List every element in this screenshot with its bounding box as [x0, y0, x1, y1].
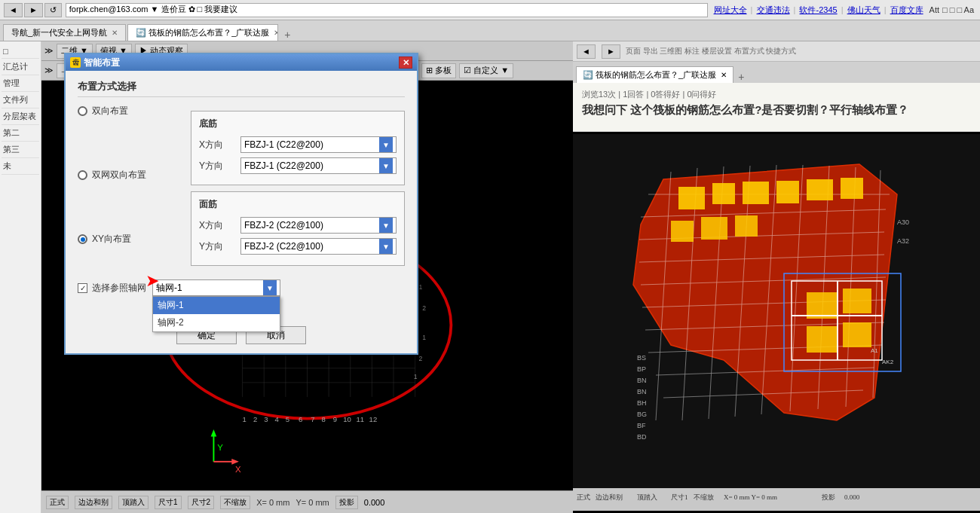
right-cad-drawing[interactable]: BS BP BN BN BH BG BF BD A30 A32 A1 AK2 — [573, 132, 980, 513]
nav-link-traffic[interactable]: 交通违法 — [757, 5, 790, 14]
svg-text:Y: Y — [217, 444, 223, 453]
svg-rect-112 — [837, 281, 838, 360]
status-size1[interactable]: 尺寸1 — [155, 496, 182, 509]
right-tab-main[interactable]: 🔄 筏板的钢筋怎么布置？_广联达服 ✕ — [576, 66, 733, 83]
svg-rect-106 — [807, 292, 837, 319]
status-noscale[interactable]: 不缩放 — [220, 496, 250, 509]
svg-text:A1: A1 — [871, 347, 878, 354]
status-top[interactable]: 顶踏入 — [118, 496, 149, 509]
select-arrow-bottom-y[interactable]: ▼ — [379, 158, 393, 173]
axis-dropdown-trigger[interactable]: 轴网-1 ▼ — [152, 279, 280, 296]
svg-rect-103 — [671, 221, 694, 242]
sidebar-item-unknown[interactable]: 未 — [2, 158, 39, 175]
axis-option-2[interactable]: 轴网-2 — [153, 314, 280, 331]
svg-text:AK2: AK2 — [882, 359, 894, 365]
nav-link-weather[interactable]: 佛山天气 — [847, 5, 880, 14]
right-cad-svg: BS BP BN BN BH BG BF BD A30 A32 A1 AK2 — [573, 132, 980, 513]
dialog-title-icon: 齿 — [70, 57, 81, 68]
group-bottom-bar: 底筋 X方向 FBZJ-1 (C22@200) ▼ — [191, 111, 405, 185]
dialog-close-button[interactable]: ✕ — [399, 56, 412, 69]
svg-text:不缩放: 不缩放 — [694, 493, 714, 501]
question-area: 浏览13次 | 1回答 | 0答得好 | 0问得好 我想问下 这个筏板的钢筋怎么… — [573, 83, 980, 132]
svg-text:正式: 正式 — [577, 493, 590, 501]
cad-area: ≫ 二维 ▼ 俯视 ▼ ▶ 动态观察 ≫ ₋ 延伸 ₋ 修剪 ╳ 打断 ⊞ 合并… — [41, 41, 573, 513]
svg-text:6: 6 — [299, 415, 302, 423]
svg-rect-99 — [743, 182, 769, 204]
svg-text:0.000: 0.000 — [844, 493, 860, 501]
status-project[interactable]: 投影 — [335, 496, 358, 509]
svg-text:12: 12 — [369, 415, 378, 423]
tab-close-navigation[interactable]: ✕ — [112, 29, 118, 37]
refresh-button[interactable]: ↺ — [44, 3, 62, 17]
radio-row-1[interactable]: 双向布置 — [78, 105, 176, 118]
sidebar-item-huizong[interactable]: 汇总计 — [2, 59, 39, 75]
back-button[interactable]: ◄ — [4, 3, 23, 17]
svg-rect-105 — [735, 215, 758, 237]
btn-custom[interactable]: ☑ 自定义 ▼ — [459, 63, 513, 78]
new-tab-button[interactable]: + — [284, 29, 290, 41]
radio-row-3[interactable]: XY向布置 — [78, 233, 176, 246]
svg-rect-97 — [678, 187, 705, 209]
status-formal[interactable]: 正式 — [46, 496, 69, 509]
select-bottom-y[interactable]: FBZJ-1 (C22@200) ▼ — [240, 157, 397, 174]
nav-link-wangzhan[interactable]: 网址大全 — [714, 5, 747, 14]
svg-rect-101 — [807, 179, 833, 200]
svg-text:BG: BG — [637, 411, 647, 418]
att-text: Att — [929, 5, 939, 14]
tab-bar: 导航_新一代安全上网导航 ✕ 🔄 筏板的钢筋怎么布置？_广联达服 ✕ + — [0, 20, 980, 41]
sidebar-item-square[interactable]: □ — [2, 44, 39, 59]
svg-text:X= 0 mm Y= 0 mm: X= 0 mm Y= 0 mm — [724, 493, 777, 501]
radio-xy-direction[interactable] — [78, 234, 87, 244]
right-top-bar: ◄ ► 页面 导出 三维图 标注 楼层设置 布置方式 快捷方式 — [573, 41, 980, 62]
svg-text:BP: BP — [637, 365, 646, 373]
svg-text:A30: A30 — [897, 218, 909, 226]
nav-link-baidu[interactable]: 百度文库 — [890, 5, 923, 14]
group-face-bar: 面筋 X方向 FBZJ-2 (C22@100) ▼ — [191, 191, 405, 266]
tab-faban[interactable]: 🔄 筏板的钢筋怎么布置？_广联达服 ✕ — [127, 24, 278, 41]
radio-dual-direction[interactable] — [78, 106, 87, 116]
sidebar-item-layers[interactable]: 分层架表 — [2, 108, 39, 125]
address-bar[interactable]: forpk.chen@163.com ▼ 造价豆 ✿ □ 我要建议 — [66, 3, 708, 17]
cad-status-bar: 正式 边边和别 顶踏入 尺寸1 尺寸2 不缩放 X= 0 mm Y= 0 mm … — [41, 490, 573, 513]
right-tab-close[interactable]: ✕ — [721, 71, 727, 79]
status-edge[interactable]: 边边和别 — [75, 496, 112, 509]
nav-link-software[interactable]: 软件-2345 — [799, 5, 837, 14]
svg-text:BS: BS — [637, 354, 646, 362]
axis-dropdown-arrow[interactable]: ▼ — [263, 280, 277, 295]
sidebar-item-guanli[interactable]: 管理 — [2, 75, 39, 92]
axis-option-1[interactable]: 轴网-1 — [153, 297, 280, 314]
sidebar-item-third[interactable]: 第三 — [2, 142, 39, 158]
sidebar-item-second[interactable]: 第二 — [2, 125, 39, 142]
svg-rect-107 — [843, 289, 871, 313]
svg-text:1: 1 — [414, 373, 418, 380]
right-back-btn[interactable]: ◄ — [577, 44, 596, 59]
btn-multi-board[interactable]: ⊞ 多板 — [421, 63, 456, 78]
select-bottom-x[interactable]: FBZJ-1 (C22@200) ▼ — [240, 136, 397, 153]
main-layout: □ 汇总计 管理 文件列 分层架表 第二 第三 未 ≫ 二维 ▼ 俯视 ▼ ▶ … — [0, 41, 980, 513]
nav-links-area: 网址大全 | 交通违法 | 软件-2345 | 佛山天气 | 百度文库 — [714, 5, 923, 16]
svg-text:BN: BN — [637, 388, 647, 395]
radio-dual-net[interactable] — [78, 170, 87, 180]
select-face-x[interactable]: FBZJ-2 (C22@100) ▼ — [240, 217, 397, 234]
select-arrow-face-y[interactable]: ▼ — [379, 239, 393, 254]
select-face-y[interactable]: FBZJ-2 (C22@100) ▼ — [240, 238, 397, 255]
tab-close-faban[interactable]: ✕ — [274, 29, 278, 37]
status-size2[interactable]: 尺寸2 — [188, 496, 215, 509]
checkbox-select-axis[interactable]: ✓ — [78, 283, 87, 293]
svg-rect-102 — [841, 178, 863, 199]
radio-row-2[interactable]: 双网双向布置 — [78, 169, 176, 182]
stats-bar: 浏览13次 | 1回答 | 0答得好 | 0问得好 — [582, 89, 971, 100]
select-arrow-bottom-x[interactable]: ▼ — [379, 137, 393, 152]
sidebar-item-file[interactable]: 文件列 — [2, 92, 39, 108]
field-groups: 底筋 X方向 FBZJ-1 (C22@200) ▼ — [191, 105, 405, 272]
browser-top-bar: ◄ ► ↺ forpk.chen@163.com ▼ 造价豆 ✿ □ 我要建议 … — [0, 0, 980, 20]
right-forward-btn[interactable]: ► — [602, 44, 620, 59]
svg-text:尺寸1: 尺寸1 — [671, 493, 688, 501]
svg-rect-98 — [712, 183, 735, 204]
select-arrow-face-x[interactable]: ▼ — [379, 218, 393, 233]
right-new-tab-btn[interactable]: + — [738, 71, 744, 83]
svg-text:9: 9 — [333, 415, 337, 423]
tab-navigation[interactable]: 导航_新一代安全上网导航 ✕ — [3, 24, 126, 41]
svg-text:1: 1 — [243, 415, 247, 423]
forward-button[interactable]: ► — [24, 3, 43, 17]
